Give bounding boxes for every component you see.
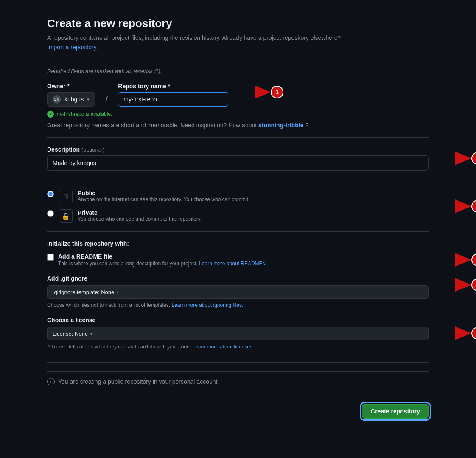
license-desc: A license tells others what they can and… bbox=[47, 344, 429, 350]
divider-bottom bbox=[47, 362, 429, 363]
owner-chevron: ▾ bbox=[87, 97, 90, 102]
readme-row[interactable]: Add a README file This is where you can … bbox=[47, 253, 429, 267]
annotation-4: 4 bbox=[455, 253, 476, 267]
readme-section: Add a README file This is where you can … bbox=[47, 253, 429, 267]
private-option[interactable]: 🔒 Private You choose who can see and com… bbox=[47, 209, 429, 223]
suggestion-link[interactable]: stunning-tribble bbox=[258, 122, 304, 129]
initialize-section: Initialize this repository with: Add a R… bbox=[47, 240, 429, 350]
readme-desc: This is where you can write a long descr… bbox=[58, 261, 266, 267]
repo-name-input[interactable] bbox=[118, 92, 228, 107]
inspiration-text: Great repository names are short and mem… bbox=[47, 122, 429, 129]
public-radio[interactable] bbox=[47, 191, 54, 197]
license-arrow: ▾ bbox=[90, 332, 92, 336]
badge-4: 4 bbox=[471, 253, 476, 266]
private-text: Private You choose who can see and commi… bbox=[78, 209, 202, 222]
arrow-3 bbox=[455, 199, 471, 213]
badge-5: 5 bbox=[471, 278, 476, 291]
check-icon: ✓ bbox=[47, 111, 54, 118]
badge-3: 3 bbox=[471, 200, 476, 213]
gitignore-dropdown[interactable]: .gitignore template: None ▾ bbox=[47, 285, 429, 299]
annotation-6: 6 bbox=[455, 326, 476, 340]
page-subtitle: A repository contains all project files,… bbox=[47, 34, 429, 41]
public-option[interactable]: ⊞ Public Anyone on the internet can see … bbox=[47, 190, 429, 203]
required-note: Required fields are marked with an aster… bbox=[47, 68, 429, 74]
info-text: You are creating a public repository in … bbox=[58, 378, 219, 385]
public-label: Public bbox=[78, 190, 249, 197]
arrow-6 bbox=[455, 326, 471, 340]
divider-2 bbox=[47, 181, 429, 181]
arrow-4 bbox=[455, 253, 471, 267]
owner-name: kubgus bbox=[64, 96, 84, 103]
private-desc: You choose who can see and commit to thi… bbox=[78, 216, 202, 222]
badge-1: 1 bbox=[271, 86, 283, 98]
readme-label: Add a README file bbox=[58, 253, 266, 260]
create-repository-button[interactable]: Create repository bbox=[362, 404, 429, 419]
info-banner: i You are creating a public repository i… bbox=[47, 371, 429, 391]
license-title: Choose a license bbox=[47, 317, 429, 323]
arrow-5 bbox=[455, 278, 471, 292]
owner-label: Owner * bbox=[47, 83, 95, 90]
public-icon: ⊞ bbox=[59, 190, 73, 203]
repo-name-label: Repository name * bbox=[118, 83, 228, 90]
license-section: Choose a license License: None ▾ A licen… bbox=[47, 317, 429, 350]
readme-text: Add a README file This is where you can … bbox=[58, 253, 266, 267]
owner-dropdown[interactable]: LN kubgus ▾ bbox=[47, 92, 95, 107]
gitignore-link[interactable]: Learn more about ignoring files. bbox=[171, 302, 243, 308]
license-link[interactable]: Learn more about licenses. bbox=[193, 344, 254, 350]
optional-tag: (optional) bbox=[81, 146, 104, 153]
divider-3 bbox=[47, 231, 429, 232]
divider-1 bbox=[47, 137, 429, 138]
info-icon: i bbox=[47, 378, 55, 385]
gitignore-title: Add .gitignore bbox=[47, 275, 429, 282]
private-icon: 🔒 bbox=[59, 209, 73, 223]
readme-link[interactable]: Learn more about READMEs. bbox=[199, 261, 266, 267]
annotation-1: 1 bbox=[255, 85, 283, 99]
description-input[interactable] bbox=[47, 155, 429, 171]
init-title: Initialize this repository with: bbox=[47, 240, 429, 247]
arrow-2 bbox=[455, 152, 471, 165]
public-desc: Anyone on the internet can see this repo… bbox=[78, 197, 249, 202]
badge-6: 6 bbox=[471, 327, 476, 340]
repo-name-field: Repository name * 1 bbox=[118, 83, 228, 107]
bottom-row: Create repository bbox=[47, 404, 429, 419]
annotation-3: 3 bbox=[455, 199, 476, 213]
description-section: Description (optional) 2 bbox=[47, 146, 429, 171]
owner-field: Owner * LN kubgus ▾ bbox=[47, 83, 95, 107]
license-dropdown[interactable]: License: None ▾ bbox=[47, 327, 429, 340]
annotation-2: 2 bbox=[455, 152, 476, 165]
import-link[interactable]: Import a repository. bbox=[47, 44, 98, 51]
slash: / bbox=[105, 95, 108, 107]
header-divider bbox=[47, 59, 429, 59]
page-title: Create a new repository bbox=[47, 17, 429, 30]
public-text: Public Anyone on the internet can see th… bbox=[78, 190, 249, 202]
gitignore-desc: Choose which files not to track from a l… bbox=[47, 302, 429, 308]
private-radio[interactable] bbox=[47, 210, 54, 217]
badge-2: 2 bbox=[471, 152, 476, 165]
description-label: Description (optional) bbox=[47, 146, 429, 153]
gitignore-section: Add .gitignore .gitignore template: None… bbox=[47, 275, 429, 308]
gitignore-arrow: ▾ bbox=[117, 290, 119, 295]
arrow-1 bbox=[255, 85, 271, 99]
owner-avatar: LN bbox=[53, 95, 61, 104]
availability-message: ✓ my-first-repo is available. bbox=[47, 111, 429, 118]
readme-checkbox[interactable] bbox=[47, 254, 54, 261]
visibility-section: ⊞ Public Anyone on the internet can see … bbox=[47, 190, 429, 223]
annotation-5: 5 bbox=[455, 278, 476, 292]
private-label: Private bbox=[78, 209, 202, 216]
